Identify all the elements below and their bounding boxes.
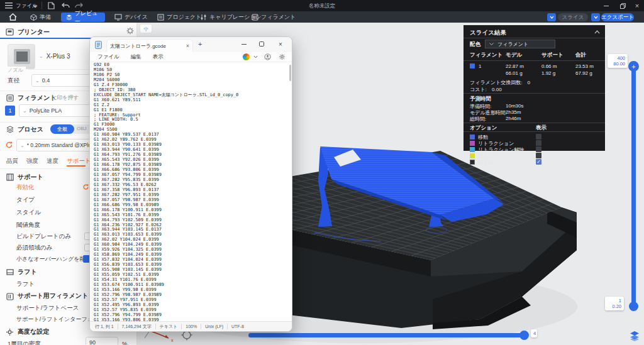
filament-name: PolyLite PLA [30,107,62,114]
filament-change-count: 0 [528,80,530,85]
project-icon [157,14,164,21]
setting-buildplate-only[interactable]: ビルドプレートのみ [16,233,71,241]
notepad-document-tab[interactable]: 太陽コントローラ.gcode × [106,39,193,52]
first-layer-density-input[interactable]: 90 [86,337,118,345]
notepad-menu-edit[interactable]: 編集 [131,53,142,61]
notepad-close-button[interactable]: × [272,37,289,51]
status-line-ending[interactable]: Unix (LF) [205,324,223,329]
printer-model-select[interactable]: ⌄ X-Plus 3 [39,53,70,60]
notepad-menu-view[interactable]: 表示 [153,53,164,61]
tab-prepare[interactable]: 準備 [30,13,51,22]
filament-slot-badge[interactable]: 1 [5,106,15,116]
printer-model-name: X-Plus 3 [47,53,70,60]
travel-checkbox[interactable] [536,134,541,140]
filament-id: 1 [479,63,481,69]
process-tab-quality[interactable]: 品質 [6,157,18,165]
scope-global-segment[interactable]: 全般 [50,124,74,134]
process-tab-support[interactable]: サポート [67,157,91,165]
model-length: 22.87 m [506,63,524,69]
copilot-icon[interactable] [243,53,250,60]
move-slider-track[interactable] [248,333,526,337]
account-icon[interactable] [264,53,271,60]
layer-slider-bottom-handle[interactable] [629,302,638,311]
window-restore-button[interactable] [615,0,630,11]
move-slider-handle[interactable] [519,331,529,340]
filament-change-label: フィラメント交換回数: [470,80,522,85]
printer-thumbnail-window [16,52,28,62]
chevron-down-icon [594,16,598,19]
sidebar-collapse-button[interactable]: ‹|› [140,24,152,33]
setting-support-type[interactable]: タイプ [16,196,35,204]
layers-icon[interactable] [629,330,640,341]
settings-gear-icon[interactable] [279,53,286,60]
layer-slider-top-label: 400 80.00 [608,54,628,68]
seam-checkbox[interactable]: ✓ [536,159,541,165]
layer-slider-track[interactable] [631,65,636,307]
printer-header: プリンター [18,28,50,36]
cost-value: 0.00 [492,87,502,92]
minimize-icon [242,44,247,45]
home-icon[interactable] [9,13,17,21]
notepad-maximize-button[interactable] [253,37,270,51]
calibration-icon [200,14,207,21]
notepad-window[interactable]: 太陽コントローラ.gcode × + × ファイル 編集 表示 G92 E0 M… [89,36,292,332]
gcode-text[interactable]: G92 E0 M106 S0 M106 P2 S0 M204 S6000 G1 … [90,62,292,322]
tab-prepare-label: 準備 [40,13,51,21]
new-tab-button[interactable]: + [198,40,202,48]
wipe-checkbox[interactable] [536,153,541,158]
notepad-titlebar[interactable]: 太陽コントローラ.gcode × + × [90,37,292,52]
slice-dropdown-button[interactable] [547,13,556,21]
layer-slider-top-handle[interactable]: + [628,61,639,72]
retraction-checkbox[interactable] [536,140,541,146]
notepad-editor[interactable]: G92 E0 M106 S0 M106 P2 S0 M204 S6000 G1 … [90,62,292,322]
preview-icon [66,14,72,21]
unretraction-checkbox[interactable] [536,146,541,152]
option-retraction: リトラクション [478,141,514,146]
slice-button[interactable]: スライス [558,13,588,21]
col-total: 合計 [575,52,586,59]
tab-close-icon[interactable]: × [186,43,189,49]
setting-support-style[interactable]: スタイル [16,209,41,217]
setting-support-raft-base[interactable]: サポート/ラフトベース [16,304,79,312]
tab-project[interactable]: プロジェクト [157,13,201,22]
filament-panel-icon [6,94,14,102]
setting-enable-support[interactable]: 有効化 [16,183,35,192]
setting-raft[interactable]: ラフト [16,280,35,288]
support-filament-header: サポート用フィラメント [18,292,88,300]
process-tab-speed[interactable]: 速度 [47,157,58,165]
first-layer-density-unit: % [122,340,127,345]
status-zoom-level[interactable]: 100% [186,324,197,329]
scope-obj-segment[interactable]: OBJ [77,126,87,131]
bottom-layer-number: 1 [608,298,621,304]
color-scheme-select[interactable]: フィラメント [485,40,555,48]
printer-thumbnail[interactable] [8,44,35,69]
status-encoding[interactable]: UTF-8 [231,324,244,329]
total-length: 23.53 m [575,63,594,69]
window-minimize-button[interactable] [599,0,614,11]
window-close-button[interactable]: × [630,0,644,11]
notepad-minimize-button[interactable] [236,37,252,51]
chevron-down-icon: ⌄ [23,108,27,114]
notepad-menu-file[interactable]: ファイル [97,53,119,61]
setting-threshold-angle[interactable]: 閾値角度 [16,221,40,229]
filament-icon [252,14,258,21]
notepad-tab-title: 太陽コントローラ.gcode [110,43,183,50]
setting-remove-small-overhangs[interactable]: 小さなオーバーハングを削除 [16,255,91,263]
enable-support-reset-icon[interactable] [82,183,89,190]
tab-device[interactable]: デバイス [114,13,148,22]
printer-settings-gear-icon[interactable] [126,27,134,35]
setting-required-area-only[interactable]: 必須領域のみ [16,244,52,252]
process-tab-strength[interactable]: 強度 [26,157,38,165]
tab-filament[interactable]: フィラメント [252,13,296,22]
advanced-section-header: 高度な設定 [18,327,49,336]
support-section-icon [6,173,14,181]
export-button[interactable]: エクスポート [601,13,634,21]
preset-sync-icon[interactable] [5,141,13,149]
process-preset-value: * 0.20mm Standard @XPlus3 [27,142,97,148]
export-dropdown-button[interactable] [591,13,600,21]
copilot-chevron-icon[interactable] [253,55,258,58]
panel-collapse-chevron-icon[interactable] [594,30,600,34]
tab-preview[interactable]: プレビュー [61,13,105,22]
tab-device-label: デバイス [125,13,148,21]
editor-scrollbar-thumb[interactable] [289,65,291,81]
